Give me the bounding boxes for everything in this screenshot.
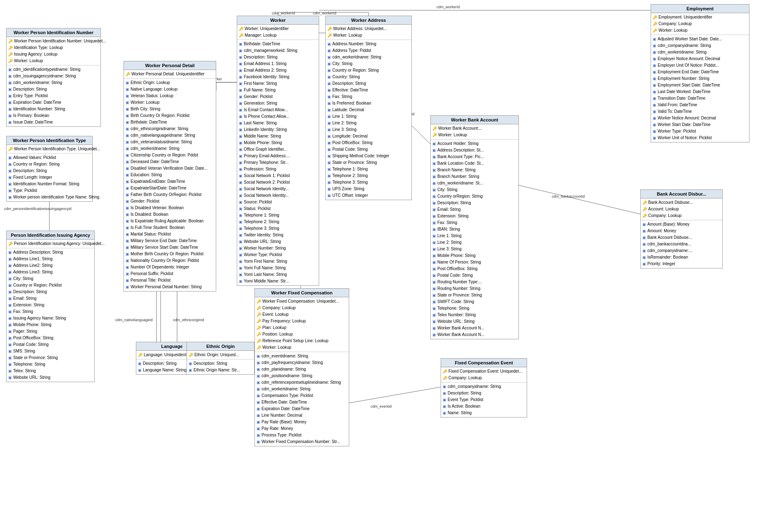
entity-row: ▣Postal Code: String	[431, 272, 518, 279]
entity-row: ▣Fax: String	[7, 308, 94, 315]
entity-header-workerFixedComp: Worker Fixed Compensation	[255, 289, 349, 297]
field-label: Email: String	[13, 296, 37, 301]
entity-row: ▣Veteran Status: Lookup	[124, 93, 216, 99]
entity-header-workerPersonIdType: Worker Person Identification Type	[7, 136, 92, 145]
field-label: Issuing Agency Name: String	[13, 315, 66, 321]
svg-text:cdm_eventid: cdm_eventid	[371, 404, 392, 408]
field-label: Event Type: Picklist	[448, 397, 483, 403]
field-label: Fixed Length: Integer	[13, 175, 52, 180]
field-icon: ▣	[327, 94, 331, 100]
field-icon: ▣	[8, 375, 12, 380]
field-icon: ▣	[432, 279, 436, 285]
entity-row: 🔑Bank Account Disbuse...	[641, 199, 722, 206]
entity-row: ▣First Name: String	[237, 80, 319, 87]
field-label: Line 1: String	[437, 233, 462, 239]
field-icon: ▣	[126, 146, 129, 152]
field-label: Last Date Worked: DateTime	[658, 89, 710, 95]
entity-row: ▣Shipping Method Code: Integer	[326, 153, 411, 159]
field-icon: ▣	[327, 114, 331, 119]
field-label: Birth Country Or Region: Picklist	[131, 113, 189, 119]
entity-body-employment: 🔑Employment: Uniqueidentifier🔑Company: L…	[651, 13, 749, 142]
entity-row: ▣Type: Picklist	[7, 187, 92, 194]
entity-row: ▣Social Network Identity...	[237, 192, 319, 199]
entity-row: ▣Description: String	[326, 80, 411, 87]
field-icon: ▣	[327, 120, 331, 126]
field-icon: ▣	[239, 54, 243, 60]
field-icon: ▣	[432, 253, 436, 259]
field-icon: ▣	[8, 269, 12, 275]
entity-workerAddress: Worker Address🔑Worker Address: Uniquedet…	[325, 16, 412, 200]
entity-row: ▣Event Type: Picklist	[441, 397, 527, 403]
field-label: Postal Code: String	[332, 147, 368, 152]
key-icon: 🔑	[642, 206, 647, 212]
entity-row: ▣Last Date Worked: DateTime	[651, 89, 749, 95]
field-label: Worker: Lookup	[262, 345, 291, 350]
key-icon: 🔑	[8, 58, 13, 64]
field-icon: ▣	[327, 41, 331, 47]
field-label: Shipping Method Code: Integer	[332, 153, 389, 159]
field-icon: ▣	[432, 194, 436, 199]
entity-row: ▣Birth Country Or Region: Picklist	[124, 112, 216, 119]
field-icon: ▣	[8, 296, 12, 301]
field-icon: ▣	[126, 179, 129, 184]
field-icon: ▣	[8, 181, 12, 187]
entity-row: 🔑Worker: Uniqueidentifier	[237, 26, 319, 32]
field-label: Line 1: String	[332, 114, 357, 119]
entity-row: 🔑Company: Lookup	[441, 375, 527, 381]
field-icon: ▣	[327, 100, 331, 106]
field-label: UTC Offset: Integer	[332, 193, 368, 198]
field-icon: ▣	[239, 107, 243, 113]
field-label: Worker Fixed Compensation: Uniquedet...	[262, 299, 339, 304]
field-label: Native Language: Lookup	[131, 86, 177, 92]
field-icon: ▣	[239, 265, 243, 271]
field-label: cdm_workeridname: String	[131, 146, 180, 152]
field-label: State or Province: String	[332, 160, 377, 166]
entity-row: ▣cdm_identificationtypeidname: String	[7, 66, 100, 73]
field-label: Valid From: DateTime	[658, 102, 697, 108]
entity-row: ▣Website URL: String	[237, 238, 319, 245]
entity-row: 🔑Position: Lookup	[255, 331, 349, 338]
field-icon: ▣	[126, 284, 129, 290]
field-icon: ▣	[653, 82, 656, 88]
field-icon: ▣	[239, 61, 243, 67]
field-icon: ▣	[8, 113, 12, 119]
field-label: Is Email Contact Allow...	[244, 107, 288, 113]
entity-body-workerFixedComp: 🔑Worker Fixed Compensation: Uniquedet...…	[255, 297, 349, 446]
field-label: Office Graph Identifier...	[244, 147, 287, 152]
entity-row: ▣Pay Rate (Base): Money	[255, 419, 349, 425]
field-icon: ▣	[126, 80, 129, 86]
entity-row: ▣Yomi Full Name: String	[237, 265, 319, 271]
entity-row: ▣Yomi First Name: String	[237, 258, 319, 265]
field-label: Worker Address: Uniquedet...	[333, 26, 387, 32]
field-label: Pay Rate: Money	[261, 426, 293, 432]
entity-row: ▣Priority: Integer	[641, 261, 722, 267]
entity-row: ▣Post OfficeBox: String	[7, 335, 94, 341]
entity-row: ▣Fax: String	[326, 93, 411, 100]
entity-row: ▣Address Description: String	[7, 249, 94, 256]
field-icon: ▣	[653, 76, 656, 82]
field-icon: ▣	[239, 212, 243, 218]
field-icon: ▣	[327, 147, 331, 152]
field-label: Routing Number: String	[437, 286, 481, 292]
field-icon: ▣	[653, 128, 656, 134]
entity-row: 🔑Worker Person Identification Number: Un…	[7, 38, 100, 44]
entity-row: ▣Country or Region: String	[326, 67, 411, 74]
field-label: Telephone 3: String	[244, 226, 279, 231]
svg-text:cdm_workerId: cdm_workerId	[313, 11, 336, 15]
field-label: Nationality Country Or Region: Piddst	[131, 258, 199, 264]
field-label: Is Phone Contact Allow...	[244, 114, 289, 119]
field-label: Description: String	[13, 168, 47, 174]
field-icon: ▣	[126, 192, 129, 198]
field-label: Worker Type: Picklist	[244, 252, 282, 258]
field-label: Effective: DateTime	[332, 87, 368, 93]
field-label: City: String	[437, 187, 458, 193]
field-label: Bank Location Code: St...	[437, 161, 484, 166]
field-icon: ▣	[239, 120, 243, 126]
field-icon: ▣	[138, 361, 142, 366]
entity-row: ▣Worker Unit of Notice: Picklist	[651, 135, 749, 141]
field-label: SMS: String	[13, 348, 35, 354]
entity-row: 🔑Worker Bank Account:...	[431, 125, 518, 132]
field-icon: ▣	[642, 222, 646, 227]
field-icon: ▣	[8, 302, 12, 308]
field-icon: ▣	[239, 41, 243, 47]
